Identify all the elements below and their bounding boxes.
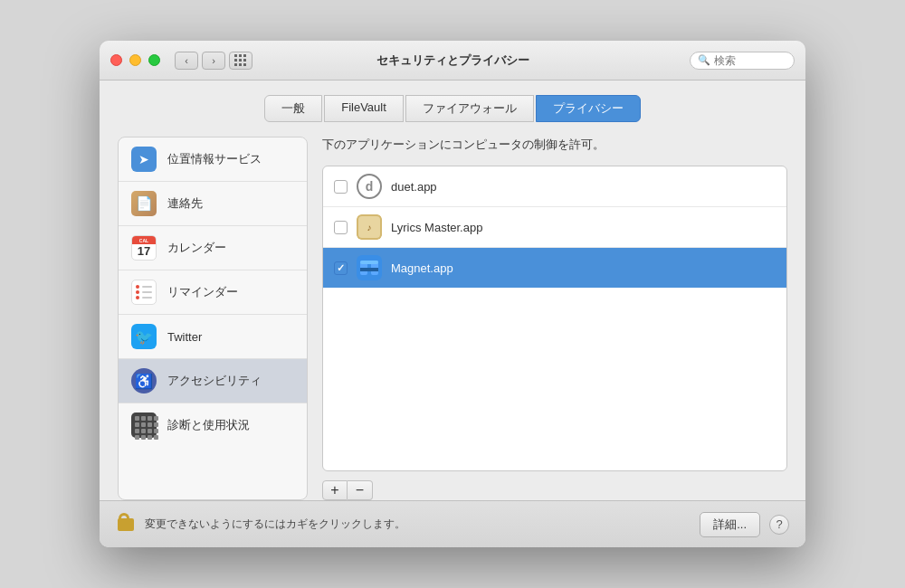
traffic-lights [110, 54, 160, 66]
duet-app-name: duet.app [391, 180, 437, 194]
tab-filevault[interactable]: FileVault [324, 95, 404, 122]
right-panel: 下のアプリケーションにコンピュータの制御を許可。 d duet.app [322, 137, 787, 500]
magnet-svg [357, 255, 382, 280]
tab-firewall[interactable]: ファイアウォール [405, 95, 534, 122]
sidebar-label-accessibility: アクセシビリティ [167, 373, 262, 389]
grid-button[interactable] [229, 52, 252, 70]
list-controls: + − [322, 480, 787, 500]
app-item-duet[interactable]: d duet.app [323, 166, 786, 207]
sidebar-label-contacts: 連絡先 [167, 195, 203, 212]
lyrics-app-icon: ♪ [357, 214, 382, 240]
contacts-icon: 📄 [131, 191, 157, 216]
sidebar-label-location: 位置情報サービス [167, 151, 262, 167]
sidebar-label-calendar: カレンダー [167, 240, 226, 256]
add-button[interactable]: + [322, 480, 348, 500]
sidebar-label-reminders: リマインダー [167, 284, 238, 300]
sidebar-item-accessibility[interactable]: ♿ アクセシビリティ [119, 359, 307, 403]
duet-app-icon: d [357, 174, 382, 199]
svg-text:♪: ♪ [367, 223, 372, 232]
duet-checkbox[interactable] [334, 180, 348, 194]
sidebar-label-twitter: Twitter [167, 330, 202, 344]
maximize-button[interactable] [148, 54, 160, 66]
magnet-checkbox[interactable]: ✓ [334, 261, 348, 275]
app-list: d duet.app ♪ [322, 166, 787, 471]
sidebar-item-contacts[interactable]: 📄 連絡先 [119, 182, 307, 226]
search-input[interactable] [714, 54, 786, 67]
sidebar-label-diagnostics: 診断と使用状況 [167, 417, 250, 433]
search-icon: 🔍 [698, 54, 710, 66]
content-area: 一般 FileVault ファイアウォール プライバシー ➤ 位置情報サービス [100, 81, 805, 500]
location-icon: ➤ [131, 147, 157, 172]
help-button[interactable]: ? [769, 515, 789, 535]
tab-privacy[interactable]: プライバシー [536, 95, 641, 122]
main-panel: ➤ 位置情報サービス 📄 連絡先 CAL 17 [118, 137, 787, 500]
calendar-icon: CAL 17 [131, 235, 157, 261]
nav-buttons: ‹ › [175, 52, 225, 70]
minimize-button[interactable] [129, 54, 141, 66]
reminders-icon [131, 280, 157, 305]
tab-general[interactable]: 一般 [264, 95, 322, 122]
app-item-lyrics[interactable]: ♪ Lyrics Master.app [323, 207, 786, 248]
remove-button[interactable]: − [348, 480, 373, 500]
back-button[interactable]: ‹ [175, 52, 198, 70]
accessibility-icon: ♿ [131, 368, 157, 394]
window-title: セキュリティとプライバシー [376, 52, 529, 69]
forward-button[interactable]: › [202, 52, 225, 70]
lyrics-app-name: Lyrics Master.app [391, 221, 482, 234]
sidebar-item-twitter[interactable]: 🐦 Twitter [119, 315, 307, 359]
main-window: ‹ › セキュリティとプライバシー 🔍 一般 FileVault ファイアウォー… [100, 41, 805, 547]
twitter-icon: 🐦 [131, 324, 157, 349]
lock-text: 変更できないようにするにはカギをクリックします。 [145, 517, 691, 532]
lyrics-checkbox[interactable] [334, 221, 348, 234]
close-button[interactable] [110, 54, 122, 66]
magnet-app-icon [357, 255, 382, 280]
svg-rect-7 [360, 261, 378, 264]
search-box[interactable]: 🔍 [690, 52, 795, 70]
bottom-bar: 変更できないようにするにはカギをクリックします。 詳細... ? [100, 500, 805, 547]
details-button[interactable]: 詳細... [700, 512, 760, 537]
grid-icon [234, 54, 247, 67]
app-item-magnet[interactable]: ✓ Magnet.app [323, 248, 786, 288]
diagnostics-icon [131, 413, 157, 438]
sidebar: ➤ 位置情報サービス 📄 連絡先 CAL 17 [118, 137, 308, 500]
tabs-row: 一般 FileVault ファイアウォール プライバシー [118, 95, 787, 122]
description-text: 下のアプリケーションにコンピュータの制御を許可。 [322, 137, 787, 153]
svg-rect-6 [360, 268, 378, 271]
sidebar-item-location[interactable]: ➤ 位置情報サービス [119, 138, 307, 182]
lock-icon[interactable] [116, 513, 136, 536]
sidebar-item-calendar[interactable]: CAL 17 カレンダー [119, 226, 307, 270]
sidebar-item-reminders[interactable]: リマインダー [119, 270, 307, 315]
titlebar: ‹ › セキュリティとプライバシー 🔍 [100, 41, 805, 81]
sidebar-item-diagnostics[interactable]: 診断と使用状況 [119, 403, 307, 447]
magnet-app-name: Magnet.app [391, 261, 453, 275]
